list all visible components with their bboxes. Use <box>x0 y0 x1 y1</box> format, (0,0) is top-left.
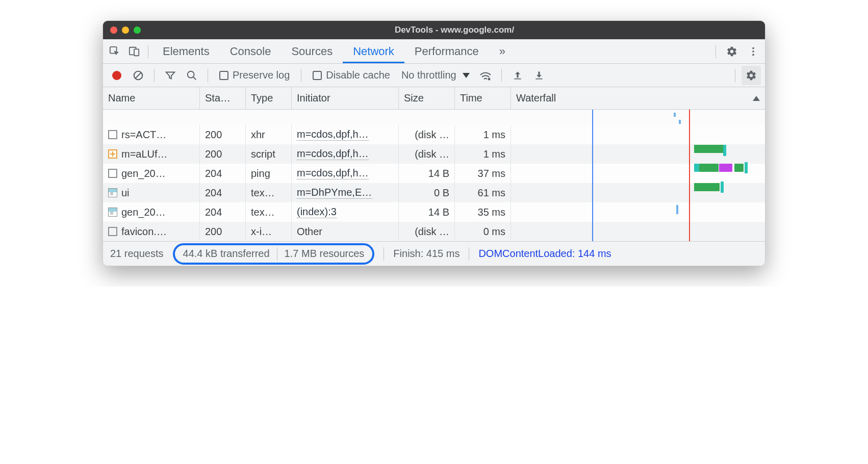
checkbox-icon <box>313 71 322 80</box>
close-window-button[interactable] <box>110 27 117 34</box>
cell-size: 14 B <box>399 202 455 222</box>
traffic-lights <box>110 27 141 34</box>
img-icon <box>108 188 117 197</box>
divider <box>148 45 148 58</box>
svg-rect-11 <box>535 78 542 79</box>
svg-point-6 <box>112 71 121 80</box>
cell-initiator: m=cdos,dpf,h… <box>292 144 399 164</box>
cell-type: script <box>246 144 292 164</box>
divider <box>735 69 735 82</box>
col-initiator[interactable]: Initiator <box>292 87 399 109</box>
sort-asc-icon <box>753 96 760 101</box>
window-title: DevTools - www.google.com/ <box>395 25 514 35</box>
minimize-window-button[interactable] <box>122 27 129 34</box>
cell-type: ping <box>246 164 292 183</box>
col-type[interactable]: Type <box>246 87 292 109</box>
cell-size: (disk … <box>399 144 455 164</box>
initiator-link[interactable]: m=cdos,dpf,h… <box>297 128 369 141</box>
settings-gear-icon[interactable] <box>722 42 742 61</box>
tab-performance[interactable]: Performance <box>404 39 489 63</box>
status-transferred: 44.4 kB transferred <box>183 248 270 260</box>
divider <box>384 247 384 261</box>
cell-status: 204 <box>200 202 246 222</box>
kebab-menu-icon[interactable] <box>744 42 763 61</box>
script-icon <box>108 149 117 159</box>
cell-name: m=aLUf… <box>103 144 200 164</box>
disable-cache-checkbox[interactable]: Disable cache <box>313 69 390 81</box>
cell-time: 1 ms <box>455 125 511 144</box>
cell-name: gen_20… <box>103 202 200 222</box>
col-time[interactable]: Time <box>455 87 511 109</box>
throttling-select[interactable]: No throttling <box>401 69 470 81</box>
cell-initiator: (index):3 <box>292 202 399 222</box>
divider <box>716 45 716 58</box>
initiator-link[interactable]: m=cdos,dpf,h… <box>297 148 369 160</box>
tabs-overflow[interactable]: » <box>489 39 516 63</box>
search-icon[interactable] <box>182 66 201 85</box>
chevron-down-icon <box>463 73 470 78</box>
device-toolbar-icon[interactable] <box>124 42 144 61</box>
panel-tabbar: Elements Console Sources Network Perform… <box>103 39 765 64</box>
col-waterfall[interactable]: Waterfall <box>511 87 765 109</box>
network-conditions-icon[interactable] <box>476 66 495 85</box>
cell-time: 1 ms <box>455 144 511 164</box>
col-size[interactable]: Size <box>399 87 455 109</box>
doc-icon <box>108 227 117 236</box>
cell-size: (disk … <box>399 222 455 241</box>
cell-name: gen_20… <box>103 164 200 183</box>
cell-size: 14 B <box>399 164 455 183</box>
cell-status: 200 <box>200 222 246 241</box>
cell-initiator: m=cdos,dpf,h… <box>292 125 399 144</box>
cell-time: 37 ms <box>455 164 511 183</box>
tab-elements[interactable]: Elements <box>152 39 220 63</box>
cell-status: 200 <box>200 125 246 144</box>
cell-initiator: Other <box>292 222 399 241</box>
img-icon <box>108 208 117 217</box>
cell-type: tex… <box>246 202 292 222</box>
clear-button-icon[interactable] <box>129 66 148 85</box>
doc-icon <box>108 169 117 178</box>
cell-type: tex… <box>246 183 292 202</box>
divider <box>469 247 469 261</box>
svg-rect-10 <box>514 78 521 79</box>
divider <box>208 69 208 82</box>
svg-point-8 <box>188 71 194 78</box>
svg-point-4 <box>752 50 754 53</box>
cell-time: 35 ms <box>455 202 511 222</box>
maximize-window-button[interactable] <box>134 27 141 34</box>
titlebar: DevTools - www.google.com/ <box>103 21 765 39</box>
tab-sources[interactable]: Sources <box>281 39 343 63</box>
network-table-body: rs=ACT… 200 xhr m=cdos,dpf,h… (disk … 1 … <box>103 110 765 241</box>
tab-network[interactable]: Network <box>343 39 404 63</box>
col-status[interactable]: Sta… <box>200 87 246 109</box>
checkbox-icon <box>219 71 228 80</box>
network-toolbar: Preserve log Disable cache No throttling <box>103 64 765 87</box>
preserve-log-checkbox[interactable]: Preserve log <box>219 69 290 81</box>
cell-status: 204 <box>200 183 246 202</box>
network-statusbar: 21 requests 44.4 kB transferred 1.7 MB r… <box>103 241 765 266</box>
svg-point-3 <box>752 47 754 49</box>
initiator-link[interactable]: (index):3 <box>297 206 337 218</box>
cell-name: favicon.… <box>103 222 200 241</box>
cell-status: 204 <box>200 164 246 183</box>
col-name[interactable]: Name <box>103 87 200 109</box>
cell-type: x-i… <box>246 222 292 241</box>
cell-initiator: m=cdos,dpf,h… <box>292 164 399 183</box>
filter-icon[interactable] <box>161 66 180 85</box>
initiator-link[interactable]: m=cdos,dpf,h… <box>297 167 369 179</box>
cell-size: (disk … <box>399 125 455 144</box>
upload-har-icon[interactable] <box>508 66 527 85</box>
cell-name: ui <box>103 183 200 202</box>
divider <box>154 69 155 82</box>
status-resources: 1.7 MB resources <box>285 248 365 260</box>
record-button[interactable] <box>107 66 126 85</box>
inspect-element-icon[interactable] <box>105 42 124 61</box>
initiator-link[interactable]: m=DhPYme,E… <box>297 187 372 199</box>
network-settings-gear-icon[interactable] <box>742 66 761 85</box>
status-domcontentloaded: DOMContentLoaded: 144 ms <box>478 248 611 260</box>
tab-console[interactable]: Console <box>220 39 282 63</box>
cell-type: xhr <box>246 125 292 144</box>
download-har-icon[interactable] <box>529 66 549 85</box>
divider <box>501 69 502 82</box>
cell-time: 61 ms <box>455 183 511 202</box>
